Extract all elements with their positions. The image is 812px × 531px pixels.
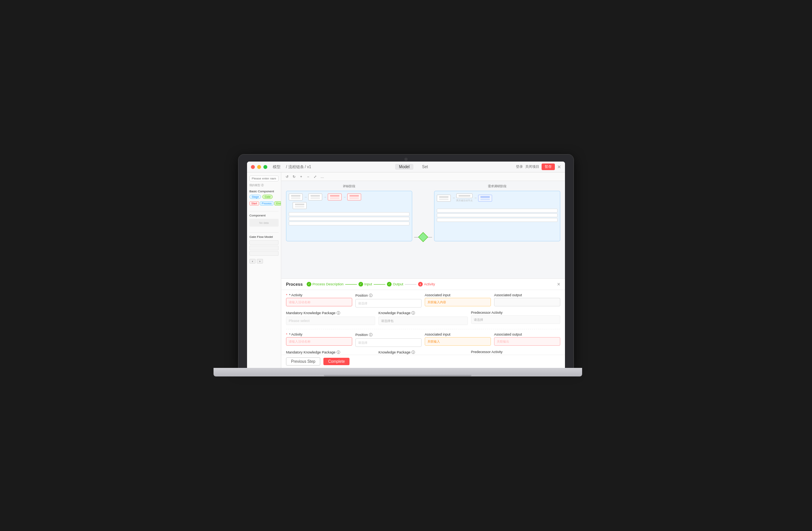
step3-check: ✓ [387, 282, 392, 287]
activity2-predecessor-label: Predecessor Activity [471, 350, 560, 354]
proc-node-s2-1 [437, 195, 451, 202]
activity1-assoc-input-field[interactable]: 关联输入内容 [425, 298, 491, 306]
basic-chips: Stage Gate [249, 195, 279, 199]
flow-item-2 [249, 246, 279, 250]
arrow-s2-1: → [452, 196, 455, 200]
stage1-notes [289, 212, 410, 225]
sidebar: 我的模型 ② Basic Component Stage Gate Start … [247, 172, 281, 368]
tl-red[interactable] [251, 165, 255, 169]
zoom-in-icon[interactable]: + [298, 174, 304, 179]
complete-button[interactable]: Complete [323, 358, 350, 365]
stage-1: 评标阶段 → [286, 184, 412, 278]
activity2-position-input[interactable]: 请选择 [355, 338, 422, 347]
step3-label: Output [393, 282, 403, 286]
gate-connector [415, 184, 431, 278]
activity2-row1: * * Activity 请输入活动名称 [286, 332, 560, 347]
more-icon[interactable]: … [320, 174, 325, 179]
activity2-assoc-input-group: Associated input 关联输入 [425, 332, 491, 347]
panel-title: Process [286, 282, 303, 287]
undo-icon[interactable]: ↺ [284, 174, 290, 179]
activity1-activity-group: * * Activity 请输入活动名称 [286, 293, 352, 308]
activity-divider [286, 329, 560, 329]
redo-icon[interactable]: ↻ [291, 174, 297, 179]
activity2-assoc-output-label: Associated output [494, 332, 560, 336]
prev-page-btn[interactable]: ‹ [249, 259, 256, 264]
close-icon[interactable]: ✕ [557, 164, 561, 170]
activity1-knowledge-input[interactable]: 请选择包 [378, 316, 468, 325]
activity1-activity-input[interactable]: 请输入活动名称 [286, 298, 352, 306]
sidebar-breadcrumb: 我的模型 ② [249, 183, 279, 187]
activity1-position-input[interactable]: 请选择 [355, 299, 422, 308]
screen-bezel: 模型 / 流程链条 / v1 Model Set 登录 关闭项目 暂存 ✕ 我的… [238, 155, 574, 368]
activity2-activity-input[interactable]: 请输入活动名称 [286, 337, 352, 346]
camera [404, 158, 408, 161]
section-basic-title: Basic Component [249, 190, 279, 193]
arrow-3: → [343, 195, 346, 199]
step-input: ✓ Input [358, 282, 372, 287]
activity1-knowledge-label: Knowledge Package ⓘ [378, 311, 468, 316]
flow-items [249, 240, 279, 256]
login-button[interactable]: 登录 [516, 164, 523, 169]
divider-1 [249, 211, 279, 211]
breadcrumb: / 流程链条 / v1 [286, 164, 311, 170]
laptop-container: 模型 / 流程链条 / v1 Model Set 登录 关闭项目 暂存 ✕ 我的… [238, 155, 574, 376]
panel-footer: Previous Step Complete [281, 355, 565, 368]
activity1-row1: * * Activity 请输入活动名称 [286, 293, 560, 308]
note-s2-3 [437, 218, 558, 222]
panel-close-icon[interactable]: × [557, 281, 560, 287]
activity1-mandatory-group: Mandatory Knowledge Package ⓘ Please sel… [286, 311, 375, 325]
next-page-btn[interactable]: › [257, 259, 263, 264]
tab-set[interactable]: Set [418, 164, 432, 170]
note-3 [289, 222, 410, 225]
search-input[interactable] [249, 176, 279, 181]
sub-chip-process[interactable]: Process [260, 201, 274, 206]
component-placeholder: No data [249, 219, 279, 227]
component-section: No data [249, 219, 279, 228]
save-button[interactable]: 暂存 [542, 164, 555, 170]
prev-step-button[interactable]: Previous Step [286, 357, 320, 366]
arrow-1: → [304, 195, 307, 199]
stage2-header: 需求调研阶段 [434, 184, 560, 188]
flow-row-stage2: → 两关键活动节点 → [437, 193, 558, 202]
sub-chip-end[interactable]: End [274, 201, 281, 206]
proc-node-5 [293, 202, 307, 209]
step4-label: Activity [424, 282, 435, 286]
cancel-button[interactable]: 关闭项目 [525, 164, 539, 169]
app-name: 模型 [273, 164, 281, 170]
step1-label: Process Description [312, 282, 344, 286]
chip-gate[interactable]: Gate [262, 195, 273, 199]
tl-yellow[interactable] [257, 165, 261, 169]
tl-green[interactable] [263, 165, 267, 169]
activity2-assoc-input-field[interactable]: 关联输入 [425, 337, 491, 346]
sub-chip-start[interactable]: Start [249, 201, 259, 206]
stage2-box: → 两关键活动节点 → [434, 191, 560, 241]
fit-icon[interactable]: ⤢ [312, 174, 318, 179]
activity1-predecessor-input[interactable]: 请选择 [471, 315, 560, 324]
tab-group: Model Set [313, 164, 514, 170]
activity1-position-label: Position ⓘ [355, 293, 422, 298]
tab-model[interactable]: Model [395, 164, 413, 170]
diagram-section: 评标阶段 → [281, 181, 565, 278]
activity2-assoc-output-field[interactable]: 关联输出 [494, 337, 560, 346]
arrow-s2-2: → [474, 196, 477, 200]
laptop-base [214, 368, 582, 376]
zoom-out-icon[interactable]: − [305, 174, 311, 179]
stage1-header: 评标阶段 [286, 184, 412, 188]
flow-row-1: → → [289, 193, 410, 200]
activity2-position-label: Position ⓘ [355, 332, 422, 338]
activity1-mandatory-input[interactable]: Please select [286, 316, 375, 325]
step-process-desc: ✓ Process Description [307, 282, 344, 287]
activity1-position-group: Position ⓘ 请选择 [355, 293, 422, 308]
screen: 模型 / 流程链条 / v1 Model Set 登录 关闭项目 暂存 ✕ 我的… [247, 162, 565, 368]
canvas-toolbar: ↺ ↻ + − ⤢ … [281, 172, 565, 181]
line-2 [374, 284, 385, 285]
chip-stage[interactable]: Stage [249, 195, 261, 199]
line-1 [345, 284, 357, 285]
activity1-activity-label: * * Activity [286, 293, 352, 297]
proc-node-s2-start [478, 195, 492, 202]
activity1-knowledge-group: Knowledge Package ⓘ 请选择包 [378, 311, 468, 325]
activity2-position-group: Position ⓘ 请选择 [355, 332, 422, 347]
canvas-area: 评标阶段 → [281, 181, 565, 368]
activity1-assoc-output-field[interactable] [494, 298, 560, 306]
proc-node-4 [347, 193, 361, 200]
